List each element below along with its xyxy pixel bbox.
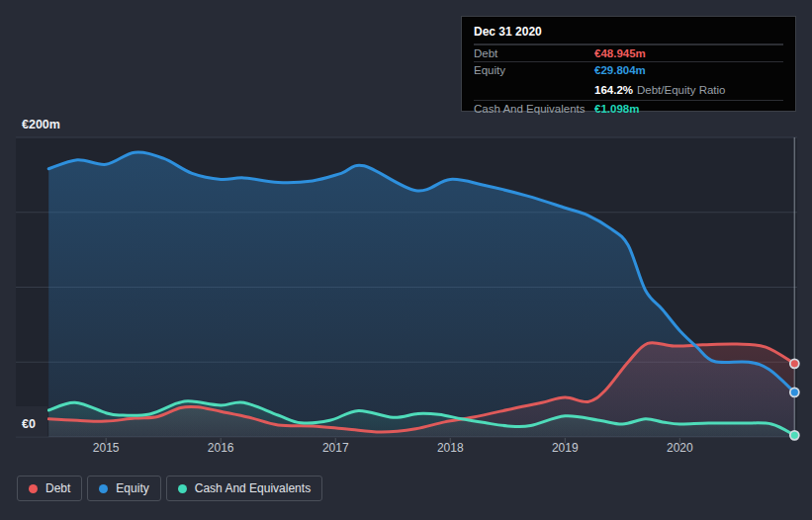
x-tick-label-2019: 2019	[552, 441, 579, 455]
legend-equity-label: Equity	[116, 481, 148, 495]
tooltip-debt-label: Debt	[474, 47, 594, 59]
x-axis: 201520162017201820192020	[93, 438, 693, 455]
tooltip-row-debt: Debt €48.945m	[474, 44, 783, 61]
x-tick-label-2016: 2016	[208, 441, 234, 455]
tooltip-ratio-suffix: Debt/Equity Ratio	[637, 84, 726, 96]
y-axis-label-0: €0	[22, 417, 36, 431]
tooltip-cash-label: Cash And Equivalents	[474, 103, 594, 115]
legend-item-equity[interactable]: Equity	[87, 476, 160, 501]
legend-debt-label: Debt	[45, 481, 70, 495]
debt-series-dot-icon	[29, 484, 38, 493]
tooltip-equity-value: €29.804m	[594, 64, 646, 76]
x-tick-label-2015: 2015	[93, 441, 120, 455]
tooltip-equity-label: Equity	[474, 64, 594, 76]
tooltip-row-equity: Equity €29.804m	[474, 61, 783, 78]
equity-series-dot-icon	[99, 484, 108, 493]
tooltip-cash-value: €1.098m	[594, 103, 639, 115]
equity-end-dot[interactable]	[790, 388, 799, 396]
cash-series-dot-icon	[178, 484, 187, 493]
x-tick-label-2018: 2018	[437, 441, 464, 455]
y-axis-label-200: €200m	[22, 118, 60, 131]
x-tick-label-2017: 2017	[322, 441, 349, 455]
tooltip-debt-value: €48.945m	[594, 47, 646, 59]
debt-end-dot[interactable]	[790, 359, 799, 368]
tooltip-date: Dec 31 2020	[474, 23, 783, 44]
x-tick-label-2020: 2020	[667, 441, 693, 455]
tooltip-row-cash: Cash And Equivalents €1.098m	[474, 100, 783, 117]
debt-equity-history-chart: 201520162017201820192020€200m€0 Dec 31 2…	[0, 0, 812, 520]
chart-tooltip: Dec 31 2020 Debt €48.945m Equity €29.804…	[461, 16, 796, 112]
legend-cash-label: Cash And Equivalents	[195, 481, 311, 495]
chart-legend: Debt Equity Cash And Equivalents	[17, 476, 322, 501]
tooltip-row-ratio: 164.2%Debt/Equity Ratio	[474, 78, 783, 100]
legend-item-cash[interactable]: Cash And Equivalents	[166, 476, 322, 501]
legend-item-debt[interactable]: Debt	[17, 476, 82, 501]
cash-end-dot[interactable]	[790, 431, 799, 440]
tooltip-ratio-value: 164.2%	[594, 84, 633, 96]
